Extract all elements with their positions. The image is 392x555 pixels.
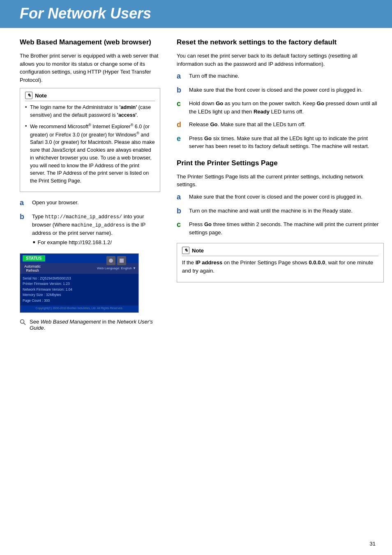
print-letter-a: a	[177, 193, 185, 202]
reset-letter-e: e	[177, 134, 185, 143]
browser-top-bar: STATUS	[20, 254, 138, 263]
page-number: 31	[370, 541, 376, 547]
section-print-settings: Print the Printer Settings Page The Prin…	[177, 159, 384, 282]
step-web-a: a Open your browser.	[20, 199, 160, 208]
see-ref-text: See Web Based Management in the Network …	[30, 319, 160, 331]
reset-content-b: Make sure that the front cover is closed…	[189, 86, 384, 94]
browser-web-lang: Web Language: English ▼	[97, 266, 136, 270]
magnify-icon	[20, 319, 26, 326]
svg-rect-1	[120, 259, 124, 263]
step-letter-b: b	[20, 213, 28, 222]
browser-refresh-label: AutomaticRefresh	[24, 264, 41, 273]
note-text-print: If the IP address on the Printer Setting…	[182, 259, 378, 275]
note-item-2: We recommend Microsoft® Internet Explore…	[25, 123, 155, 185]
browser-line-2: Printer Firmware Version: 1.23	[23, 281, 136, 287]
svg-point-2	[21, 319, 24, 323]
step-content-b: Type http://machine_ip_address/ into you…	[32, 213, 160, 247]
note-icon-print: ✎	[182, 247, 189, 254]
page-wrapper: For Network Users Web Based Management (…	[0, 0, 392, 555]
note-header-print: ✎ Note	[182, 247, 378, 256]
browser-footer: Copyright(C) 2000-2010 Brother Industrie…	[20, 305, 138, 311]
print-step-b: b Turn on the machine and wait until the…	[177, 207, 384, 216]
print-letter-b: b	[177, 207, 185, 216]
browser-line-3: Network Firmware Version: 1.04	[23, 287, 136, 293]
left-column: Web Based Management (web browser) The B…	[20, 38, 173, 339]
reset-content-a: Turn off the machine.	[189, 72, 384, 80]
browser-main: Serial No : ZQ52943M5000153 Printer Firm…	[20, 274, 138, 306]
reset-content-d: Release Go. Make sure that all the LEDs …	[189, 120, 384, 129]
web-management-intro: The Brother print server is equipped wit…	[20, 52, 160, 84]
reset-intro: You can reset the print server back to i…	[177, 52, 384, 68]
step-web-b: b Type http://machine_ip_address/ into y…	[20, 213, 160, 247]
section-reset: Reset the network settings to the factor…	[177, 38, 384, 150]
reset-heading: Reset the network settings to the factor…	[177, 38, 384, 47]
print-step-c: c Press Go three times within 2 seconds.…	[177, 220, 384, 236]
note-label-web: Note	[35, 92, 47, 99]
step-bullet-b: For example http://192.168.1.2/	[32, 238, 160, 247]
browser-right-icons	[106, 256, 126, 265]
note-label-print: Note	[192, 247, 204, 254]
svg-line-3	[24, 323, 26, 325]
web-management-heading: Web Based Management (web browser)	[20, 38, 160, 47]
step-content-a: Open your browser.	[32, 199, 160, 207]
reset-step-d: d Release Go. Make sure that all the LED…	[177, 120, 384, 130]
reset-step-b: b Make sure that the front cover is clos…	[177, 86, 384, 95]
reset-letter-d: d	[177, 120, 185, 130]
browser-line-1: Serial No : ZQ52943M5000153	[23, 276, 136, 282]
reset-content-e: Press Go six times. Make sure that all t…	[189, 134, 384, 150]
print-letter-c: c	[177, 220, 185, 229]
web-steps-list: a Open your browser. b Type http://machi…	[20, 199, 160, 247]
reset-step-a: a Turn off the machine.	[177, 72, 384, 81]
print-content-c: Press Go three times within 2 seconds. T…	[189, 220, 384, 236]
browser-screenshot: STATUS AutomaticRefresh Web Langua	[20, 253, 139, 313]
page-title: For Network Users	[20, 5, 384, 22]
browser-icon-2	[117, 256, 126, 265]
note-item-1: The login name for the Administrator is …	[25, 104, 155, 119]
note-header-web: ✎ Note	[25, 92, 155, 101]
reset-letter-a: a	[177, 72, 185, 81]
note-box-web: ✎ Note The login name for the Administra…	[20, 88, 160, 192]
reset-steps: a Turn off the machine. b Make sure that…	[177, 72, 384, 150]
note-box-print: ✎ Note If the IP address on the Printer …	[177, 243, 384, 282]
print-settings-intro: The Printer Settings Page lists all the …	[177, 173, 384, 189]
content-area: Web Based Management (web browser) The B…	[0, 38, 392, 339]
note-list-web: The login name for the Administrator is …	[25, 104, 155, 185]
step-letter-a: a	[20, 199, 28, 208]
browser-icon-1	[106, 256, 115, 265]
page-header: For Network Users	[0, 0, 392, 28]
print-content-a: Make sure that the front cover is closed…	[189, 193, 384, 201]
right-column: Reset the network settings to the factor…	[173, 38, 384, 339]
browser-info: Serial No : ZQ52943M5000153 Printer Firm…	[23, 276, 136, 304]
see-ref: See Web Based Management in the Network …	[20, 319, 160, 331]
reset-letter-b: b	[177, 86, 185, 95]
reset-step-c: c Hold down Go as you turn on the power …	[177, 99, 384, 116]
browser-status-btn: STATUS	[23, 255, 45, 261]
print-content-b: Turn on the machine and wait until the m…	[189, 207, 384, 215]
print-settings-heading: Print the Printer Settings Page	[177, 159, 384, 168]
print-step-a: a Make sure that the front cover is clos…	[177, 193, 384, 202]
print-steps: a Make sure that the front cover is clos…	[177, 193, 384, 236]
browser-line-5: Page Count : 300	[23, 298, 136, 304]
browser-line-4: Memory Size : 32Mbytes	[23, 292, 136, 298]
reset-content-c: Hold down Go as you turn on the power sw…	[189, 99, 384, 116]
section-web-management: Web Based Management (web browser) The B…	[20, 38, 160, 331]
note-icon-web: ✎	[25, 92, 32, 99]
reset-step-e: e Press Go six times. Make sure that all…	[177, 134, 384, 150]
svg-point-0	[109, 259, 113, 263]
reset-letter-c: c	[177, 99, 185, 109]
